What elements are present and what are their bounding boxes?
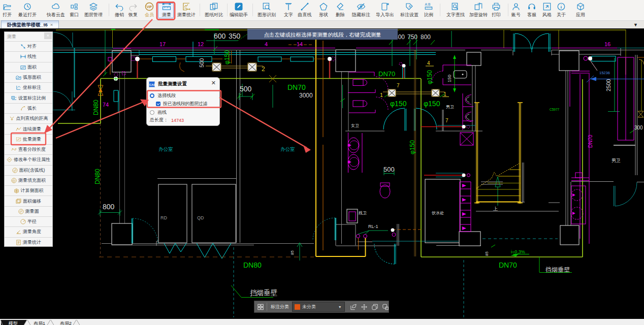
svg-text:350: 350 bbox=[229, 32, 241, 40]
svg-text:DN80: DN80 bbox=[92, 100, 100, 115]
svg-text:15236: 15236 bbox=[599, 71, 610, 75]
svg-text:男卫: 男卫 bbox=[446, 105, 454, 109]
svg-text:4: 4 bbox=[265, 41, 268, 47]
svg-text:挡烟垂壁: 挡烟垂壁 bbox=[250, 289, 278, 297]
svg-text:DN70: DN70 bbox=[378, 70, 395, 78]
svg-text:布局2: 布局2 bbox=[60, 321, 72, 325]
svg-text:300: 300 bbox=[634, 125, 643, 131]
svg-text:办公室: 办公室 bbox=[158, 146, 173, 152]
svg-text:500: 500 bbox=[199, 58, 205, 68]
svg-text:φ150: φ150 bbox=[223, 50, 231, 64]
svg-text:φ150: φ150 bbox=[409, 140, 416, 154]
svg-text:φ150: φ150 bbox=[424, 100, 440, 108]
svg-text:800: 800 bbox=[103, 203, 115, 211]
svg-text:12: 12 bbox=[198, 41, 204, 47]
svg-text:DN80: DN80 bbox=[243, 261, 262, 269]
svg-text:7: 7 bbox=[445, 118, 448, 123]
svg-text:500: 500 bbox=[383, 166, 395, 173]
svg-text:DN80: DN80 bbox=[94, 169, 101, 184]
svg-text:女卫: 女卫 bbox=[351, 123, 359, 128]
svg-text:i=0.3%: i=0.3% bbox=[511, 249, 525, 254]
svg-text:7: 7 bbox=[397, 83, 400, 88]
svg-text:办公室: 办公室 bbox=[280, 146, 295, 152]
svg-text:A: A bbox=[409, 5, 411, 8]
svg-text:14: 14 bbox=[297, 41, 303, 47]
svg-text:600: 600 bbox=[214, 32, 226, 40]
svg-text:500: 500 bbox=[240, 85, 252, 93]
svg-text:85: 85 bbox=[485, 251, 489, 256]
svg-text:φ150: φ150 bbox=[426, 70, 433, 84]
svg-text:DN70: DN70 bbox=[588, 135, 593, 148]
svg-text:C5977: C5977 bbox=[550, 108, 560, 111]
svg-text:17: 17 bbox=[159, 41, 166, 47]
svg-text:男卫: 男卫 bbox=[611, 158, 621, 163]
svg-text:饮水处: 饮水处 bbox=[431, 211, 444, 215]
svg-text:16: 16 bbox=[604, 41, 610, 47]
svg-text:2500: 2500 bbox=[605, 79, 611, 91]
svg-text:RL-1: RL-1 bbox=[368, 224, 378, 229]
svg-text:2: 2 bbox=[262, 66, 265, 73]
svg-text:4: 4 bbox=[427, 60, 430, 66]
svg-text:750: 750 bbox=[407, 34, 417, 41]
svg-text:模型: 模型 bbox=[8, 321, 18, 325]
svg-text:DN70: DN70 bbox=[499, 261, 517, 269]
svg-text:74: 74 bbox=[103, 102, 109, 108]
svg-text:布局1: 布局1 bbox=[34, 321, 45, 325]
svg-text:挡烟垂壁: 挡烟垂壁 bbox=[545, 266, 570, 273]
svg-text:残卫: 残卫 bbox=[358, 211, 367, 215]
svg-text:上: 上 bbox=[493, 206, 498, 211]
svg-text:150: 150 bbox=[447, 75, 452, 82]
svg-text:A:B: A:B bbox=[425, 3, 431, 6]
svg-text:φ150: φ150 bbox=[390, 100, 407, 108]
svg-text:RD: RD bbox=[160, 215, 167, 220]
svg-text:800: 800 bbox=[421, 34, 431, 41]
svg-text:QD: QD bbox=[197, 215, 204, 220]
svg-text:3000: 3000 bbox=[299, 92, 313, 99]
svg-text:85: 85 bbox=[290, 250, 295, 255]
svg-text:1: 1 bbox=[443, 91, 446, 97]
svg-text:DN70: DN70 bbox=[287, 83, 306, 91]
svg-text:1: 1 bbox=[380, 92, 383, 98]
